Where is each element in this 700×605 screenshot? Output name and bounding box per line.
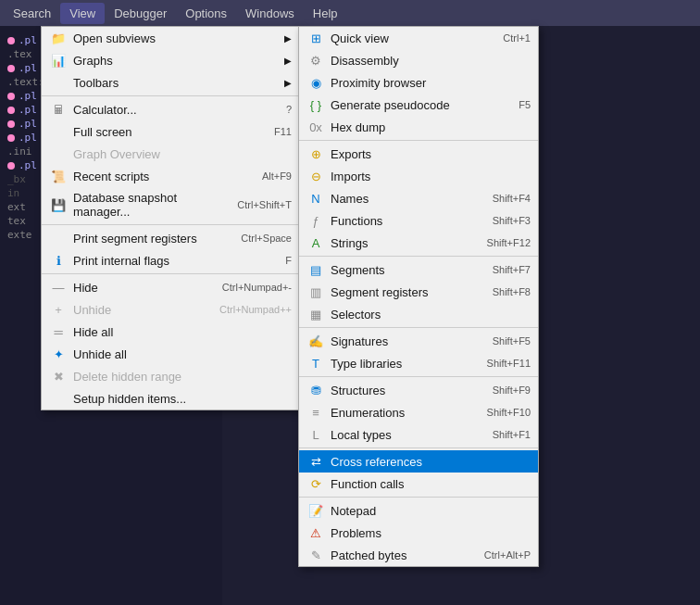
menu-hide-all[interactable]: ═ Hide all (42, 321, 299, 343)
code-text: in (7, 187, 19, 199)
menu-imports[interactable]: ⊖ Imports (299, 165, 538, 187)
menubar-item-search[interactable]: Search (4, 3, 60, 24)
code-text: .ini (7, 145, 32, 158)
menu-disassembly[interactable]: ⚙ Disassembly (299, 49, 538, 71)
toolbar-icon (49, 75, 68, 90)
menu-structures-shortcut: Shift+F9 (493, 384, 531, 396)
menu-print-internal-flags[interactable]: ℹ Print internal flags F (42, 249, 299, 271)
delete-icon: ✖ (49, 369, 68, 384)
menu-setup-hidden[interactable]: Setup hidden items... (42, 387, 299, 410)
setup-hidden-icon (49, 391, 68, 406)
menubar-item-help[interactable]: Help (304, 3, 347, 24)
menu-exports[interactable]: ⊕ Exports (299, 143, 538, 165)
menu-unhide-all-label: Unhide all (73, 347, 292, 361)
menu-imports-label: Imports (331, 170, 531, 183)
sec-sep-5 (299, 447, 538, 448)
menu-functions[interactable]: ƒ Functions Shift+F3 (299, 209, 538, 232)
menu-hide[interactable]: — Hide Ctrl+Numpad+- (42, 276, 299, 298)
menu-local-types-label: Local types (331, 428, 485, 442)
dot-indicator (7, 162, 15, 170)
sec-sep-1 (299, 140, 538, 141)
dot-indicator (7, 65, 15, 72)
menu-segment-registers[interactable]: ▥ Segment registers Shift+F8 (299, 281, 538, 303)
menu-names[interactable]: N Names Shift+F4 (299, 187, 538, 209)
menu-fullscreen-label: Full screen (73, 125, 267, 139)
menu-signatures[interactable]: ✍ Signatures Shift+F5 (299, 330, 538, 352)
menubar-item-windows[interactable]: Windows (236, 3, 304, 24)
menu-print-seg-regs[interactable]: Print segment registers Ctrl+Space (42, 227, 299, 249)
dot-indicator (7, 134, 15, 142)
menu-local-types[interactable]: L Local types Shift+F1 (299, 423, 538, 446)
menu-enumerations[interactable]: ≡ Enumerations Shift+F10 (299, 401, 538, 423)
menu-hide-all-label: Hide all (73, 325, 292, 339)
menu-type-libraries[interactable]: T Type libraries Shift+F11 (299, 352, 538, 374)
menu-print-seg-regs-shortcut: Ctrl+Space (241, 233, 292, 244)
local-types-icon: L (306, 427, 325, 442)
selectors-icon: ▦ (306, 307, 325, 321)
menu-unhide: + Unhide Ctrl+Numpad++ (42, 298, 299, 321)
menu-notepad[interactable]: 📝 Notepad (299, 499, 538, 522)
menu-patched-bytes-label: Patched bytes (331, 548, 477, 562)
menu-strings-label: Strings (331, 236, 480, 250)
menu-open-subviews[interactable]: 📁 Open subviews (42, 27, 299, 49)
menu-quick-view[interactable]: ⊞ Quick view Ctrl+1 (299, 27, 538, 49)
menu-problems[interactable]: ⚠ Problems (299, 522, 538, 544)
menu-db-snapshot[interactable]: 💾 Database snapshot manager... Ctrl+Shif… (42, 187, 299, 222)
menu-fullscreen[interactable]: Full screen F11 (42, 120, 299, 143)
code-label: .pl (19, 104, 37, 116)
signatures-icon: ✍ (306, 334, 325, 348)
graph-overview-icon (49, 146, 68, 161)
menu-function-calls-label: Function calls (331, 477, 531, 491)
menu-hex-dump[interactable]: 0x Hex dump (299, 116, 538, 138)
menu-selectors[interactable]: ▦ Selectors (299, 303, 538, 325)
menu-selectors-label: Selectors (331, 308, 531, 321)
sec-sep-4 (299, 376, 538, 377)
menu-strings[interactable]: A Strings Shift+F12 (299, 232, 538, 254)
menu-patched-bytes[interactable]: ✎ Patched bytes Ctrl+Alt+P (299, 544, 538, 566)
segment-registers-icon: ▥ (306, 284, 325, 299)
menu-generate-pseudocode[interactable]: { } Generate pseudocode F5 (299, 94, 538, 116)
menu-exports-label: Exports (331, 147, 531, 161)
menubar-item-options[interactable]: Options (176, 3, 236, 24)
menu-delete-hidden: ✖ Delete hidden range (42, 365, 299, 387)
menu-proximity-browser[interactable]: ◉ Proximity browser (299, 71, 538, 94)
menu-local-types-shortcut: Shift+F1 (493, 429, 531, 440)
menu-print-internal-flags-shortcut: F (285, 255, 292, 266)
menu-structures-label: Structures (331, 384, 485, 397)
unhide-all-icon: ✦ (49, 347, 68, 361)
exports-icon: ⊕ (306, 146, 325, 161)
menu-recent-scripts[interactable]: 📜 Recent scripts Alt+F9 (42, 165, 299, 187)
menu-graphs[interactable]: 📊 Graphs (42, 49, 299, 71)
menu-segments[interactable]: ▤ Segments Shift+F7 (299, 258, 538, 281)
menubar-item-debugger[interactable]: Debugger (105, 3, 176, 24)
chart-icon: 📊 (49, 53, 68, 68)
menubar-item-view[interactable]: View (60, 3, 105, 24)
menu-hex-dump-label: Hex dump (331, 120, 531, 134)
calc-icon: 🖩 (49, 102, 68, 117)
menu-unhide-all[interactable]: ✦ Unhide all (42, 343, 299, 365)
sep-1 (42, 95, 299, 96)
info-icon: ℹ (49, 253, 68, 268)
menu-enumerations-shortcut: Shift+F10 (487, 407, 531, 418)
menu-function-calls[interactable]: ⟳ Function calls (299, 473, 538, 495)
sec-sep-2 (299, 256, 538, 257)
folder-icon: 📁 (49, 31, 68, 45)
segments-icon: ▤ (306, 262, 325, 277)
menu-segment-registers-shortcut: Shift+F8 (493, 286, 531, 297)
problems-icon: ⚠ (306, 525, 325, 540)
enumerations-icon: ≡ (306, 405, 325, 420)
menu-cross-references[interactable]: ⇄ Cross references (299, 450, 538, 473)
menu-calculator[interactable]: 🖩 Calculator... ? (42, 98, 299, 120)
menu-generate-pseudocode-shortcut: F5 (519, 99, 531, 110)
quick-view-icon: ⊞ (306, 31, 325, 45)
code-label: .pl (19, 159, 37, 171)
view-dropdown: 📁 Open subviews 📊 Graphs Toolbars 🖩 Calc… (41, 26, 300, 410)
menu-toolbars[interactable]: Toolbars (42, 71, 299, 94)
sec-sep-6 (299, 497, 538, 498)
menu-proximity-browser-label: Proximity browser (331, 76, 531, 90)
menu-structures[interactable]: ⛃ Structures Shift+F9 (299, 379, 538, 401)
code-label: .pl (19, 62, 37, 74)
menu-names-shortcut: Shift+F4 (493, 193, 531, 204)
menu-disassembly-label: Disassembly (331, 54, 531, 68)
code-label: .pl (19, 132, 37, 144)
